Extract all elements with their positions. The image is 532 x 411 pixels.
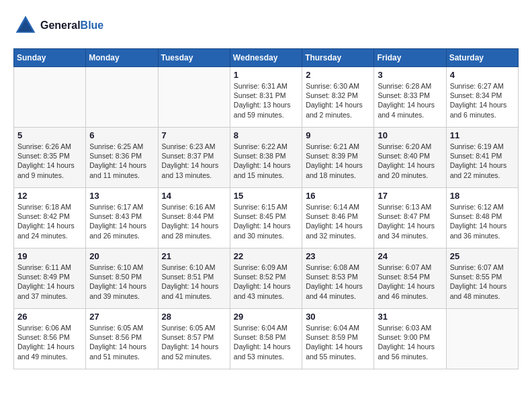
calendar-cell [14, 67, 86, 128]
calendar-cell: 1Sunrise: 6:31 AM Sunset: 8:31 PM Daylig… [230, 67, 302, 128]
calendar-week-row: 5Sunrise: 6:26 AM Sunset: 8:35 PM Daylig… [14, 128, 519, 188]
day-number: 27 [89, 312, 154, 322]
day-number: 4 [450, 70, 515, 80]
day-number: 18 [450, 191, 515, 201]
calendar-cell: 29Sunrise: 6:04 AM Sunset: 8:58 PM Dayli… [230, 309, 302, 369]
day-number: 31 [378, 312, 442, 322]
calendar-cell: 3Sunrise: 6:28 AM Sunset: 8:33 PM Daylig… [374, 67, 446, 128]
day-number: 25 [450, 251, 515, 261]
day-info: Sunrise: 6:08 AM Sunset: 8:53 PM Dayligh… [306, 263, 370, 301]
calendar-cell: 14Sunrise: 6:16 AM Sunset: 8:44 PM Dayli… [158, 188, 230, 248]
calendar-cell: 15Sunrise: 6:15 AM Sunset: 8:45 PM Dayli… [230, 188, 302, 248]
calendar-cell: 2Sunrise: 6:30 AM Sunset: 8:32 PM Daylig… [302, 67, 374, 128]
day-number: 15 [234, 191, 298, 201]
day-number: 5 [17, 130, 82, 140]
day-number: 22 [234, 251, 298, 261]
day-number: 16 [306, 191, 370, 201]
calendar-week-row: 26Sunrise: 6:06 AM Sunset: 8:56 PM Dayli… [14, 309, 519, 369]
day-number: 19 [17, 251, 82, 261]
logo-text: GeneralBlue [40, 19, 103, 32]
day-number: 6 [89, 130, 154, 140]
calendar-cell: 30Sunrise: 6:04 AM Sunset: 8:59 PM Dayli… [302, 309, 374, 369]
day-info: Sunrise: 6:14 AM Sunset: 8:46 PM Dayligh… [306, 202, 370, 240]
calendar-cell: 21Sunrise: 6:10 AM Sunset: 8:51 PM Dayli… [158, 248, 230, 309]
day-info: Sunrise: 6:10 AM Sunset: 8:50 PM Dayligh… [89, 263, 154, 301]
calendar-cell: 11Sunrise: 6:19 AM Sunset: 8:41 PM Dayli… [446, 128, 518, 188]
calendar-cell: 19Sunrise: 6:11 AM Sunset: 8:49 PM Dayli… [14, 248, 86, 309]
calendar-cell: 7Sunrise: 6:23 AM Sunset: 8:37 PM Daylig… [158, 128, 230, 188]
calendar-cell: 4Sunrise: 6:27 AM Sunset: 8:34 PM Daylig… [446, 67, 518, 128]
day-info: Sunrise: 6:05 AM Sunset: 8:57 PM Dayligh… [162, 323, 226, 361]
calendar-cell: 8Sunrise: 6:22 AM Sunset: 8:38 PM Daylig… [230, 128, 302, 188]
calendar-cell: 9Sunrise: 6:21 AM Sunset: 8:39 PM Daylig… [302, 128, 374, 188]
calendar-cell [86, 67, 158, 128]
calendar-cell: 28Sunrise: 6:05 AM Sunset: 8:57 PM Dayli… [158, 309, 230, 369]
day-info: Sunrise: 6:10 AM Sunset: 8:51 PM Dayligh… [162, 263, 226, 301]
day-number: 9 [306, 130, 370, 140]
day-number: 2 [306, 70, 370, 80]
day-number: 17 [378, 191, 442, 201]
calendar-cell: 16Sunrise: 6:14 AM Sunset: 8:46 PM Dayli… [302, 188, 374, 248]
day-info: Sunrise: 6:06 AM Sunset: 8:56 PM Dayligh… [17, 323, 82, 361]
day-info: Sunrise: 6:05 AM Sunset: 8:56 PM Dayligh… [89, 323, 154, 361]
day-number: 23 [306, 251, 370, 261]
calendar-cell: 6Sunrise: 6:25 AM Sunset: 8:36 PM Daylig… [86, 128, 158, 188]
day-info: Sunrise: 6:18 AM Sunset: 8:42 PM Dayligh… [17, 202, 82, 240]
day-info: Sunrise: 6:07 AM Sunset: 8:54 PM Dayligh… [378, 263, 442, 301]
calendar-cell: 13Sunrise: 6:17 AM Sunset: 8:43 PM Dayli… [86, 188, 158, 248]
day-info: Sunrise: 6:25 AM Sunset: 8:36 PM Dayligh… [89, 142, 154, 180]
day-info: Sunrise: 6:03 AM Sunset: 9:00 PM Dayligh… [378, 323, 442, 361]
calendar-cell: 31Sunrise: 6:03 AM Sunset: 9:00 PM Dayli… [374, 309, 446, 369]
calendar-header-row: SundayMondayTuesdayWednesdayThursdayFrid… [14, 49, 519, 67]
day-number: 1 [234, 70, 298, 80]
day-number: 10 [378, 130, 442, 140]
day-number: 7 [162, 130, 226, 140]
calendar-cell: 23Sunrise: 6:08 AM Sunset: 8:53 PM Dayli… [302, 248, 374, 309]
day-info: Sunrise: 6:26 AM Sunset: 8:35 PM Dayligh… [17, 142, 82, 180]
logo: GeneralBlue [13, 13, 103, 38]
calendar-cell: 24Sunrise: 6:07 AM Sunset: 8:54 PM Dayli… [374, 248, 446, 309]
calendar-cell [158, 67, 230, 128]
day-number: 12 [17, 191, 82, 201]
day-number: 24 [378, 251, 442, 261]
day-info: Sunrise: 6:16 AM Sunset: 8:44 PM Dayligh… [162, 202, 226, 240]
day-number: 28 [162, 312, 226, 322]
day-info: Sunrise: 6:17 AM Sunset: 8:43 PM Dayligh… [89, 202, 154, 240]
day-number: 11 [450, 130, 515, 140]
day-info: Sunrise: 6:04 AM Sunset: 8:58 PM Dayligh… [234, 323, 298, 361]
calendar-cell: 12Sunrise: 6:18 AM Sunset: 8:42 PM Dayli… [14, 188, 86, 248]
day-info: Sunrise: 6:15 AM Sunset: 8:45 PM Dayligh… [234, 202, 298, 240]
calendar-cell: 5Sunrise: 6:26 AM Sunset: 8:35 PM Daylig… [14, 128, 86, 188]
day-info: Sunrise: 6:23 AM Sunset: 8:37 PM Dayligh… [162, 142, 226, 180]
day-info: Sunrise: 6:30 AM Sunset: 8:32 PM Dayligh… [306, 81, 370, 120]
calendar-table: SundayMondayTuesdayWednesdayThursdayFrid… [13, 48, 519, 369]
day-number: 30 [306, 312, 370, 322]
day-info: Sunrise: 6:19 AM Sunset: 8:41 PM Dayligh… [450, 142, 515, 180]
logo-icon [13, 13, 38, 38]
svg-rect-2 [23, 27, 28, 32]
day-number: 8 [234, 130, 298, 140]
day-number: 29 [234, 312, 298, 322]
column-header-thursday: Thursday [302, 49, 374, 67]
column-header-saturday: Saturday [446, 49, 518, 67]
day-number: 20 [89, 251, 154, 261]
day-number: 26 [17, 312, 82, 322]
day-number: 13 [89, 191, 154, 201]
calendar-cell: 20Sunrise: 6:10 AM Sunset: 8:50 PM Dayli… [86, 248, 158, 309]
calendar-week-row: 19Sunrise: 6:11 AM Sunset: 8:49 PM Dayli… [14, 248, 519, 309]
day-number: 14 [162, 191, 226, 201]
day-info: Sunrise: 6:07 AM Sunset: 8:55 PM Dayligh… [450, 263, 515, 301]
day-info: Sunrise: 6:11 AM Sunset: 8:49 PM Dayligh… [17, 263, 82, 301]
day-info: Sunrise: 6:12 AM Sunset: 8:48 PM Dayligh… [450, 202, 515, 240]
day-info: Sunrise: 6:04 AM Sunset: 8:59 PM Dayligh… [306, 323, 370, 361]
column-header-monday: Monday [86, 49, 158, 67]
column-header-tuesday: Tuesday [158, 49, 230, 67]
day-info: Sunrise: 6:22 AM Sunset: 8:38 PM Dayligh… [234, 142, 298, 180]
day-info: Sunrise: 6:31 AM Sunset: 8:31 PM Dayligh… [234, 81, 298, 120]
calendar-cell: 10Sunrise: 6:20 AM Sunset: 8:40 PM Dayli… [374, 128, 446, 188]
calendar-cell: 17Sunrise: 6:13 AM Sunset: 8:47 PM Dayli… [374, 188, 446, 248]
calendar-cell: 27Sunrise: 6:05 AM Sunset: 8:56 PM Dayli… [86, 309, 158, 369]
day-info: Sunrise: 6:09 AM Sunset: 8:52 PM Dayligh… [234, 263, 298, 301]
calendar-cell: 22Sunrise: 6:09 AM Sunset: 8:52 PM Dayli… [230, 248, 302, 309]
calendar-cell [446, 309, 518, 369]
